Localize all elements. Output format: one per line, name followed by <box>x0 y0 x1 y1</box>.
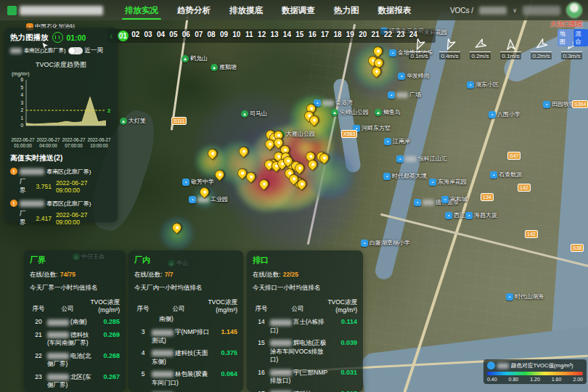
tvoc-value: 0.267 <box>92 373 120 380</box>
timeline-hour[interactable]: 01 <box>118 30 128 41</box>
map-label-hospital: 大沽口医院 <box>550 20 583 29</box>
poi-name: 湖东小区 <box>475 81 499 89</box>
timeline-hour[interactable]: 03 <box>142 30 154 41</box>
company-name: 电池(北侧厂界) <box>47 352 92 369</box>
map-poi-label[interactable]: ▪时代都荟大境 <box>383 172 427 180</box>
timeline-hour[interactable]: 17 <box>319 30 331 41</box>
timeline-hour[interactable]: 11 <box>243 30 256 41</box>
map-poi-label[interactable]: ▲大灯笼 <box>120 117 146 125</box>
nav-tab[interactable]: 排放摸底 <box>229 1 263 20</box>
table-row[interactable]: 16宇(三部NMP排放口)0.031 <box>253 369 357 385</box>
redacted-company <box>270 340 292 346</box>
high-value-push-item[interactable]: !泰南区(北廓厂界)厂界3.7512022-06-27 09:00:00 <box>10 168 112 195</box>
timeline-hour[interactable]: 20 <box>356 30 369 41</box>
avatar[interactable] <box>566 2 582 18</box>
timeline-hour[interactable]: 02 <box>129 30 142 41</box>
map-poi-label[interactable]: ▪华发峰尚 <box>398 72 430 80</box>
table-row[interactable]: 4建科技(天面东侧)0.375 <box>134 349 237 366</box>
road-number-badge: S111 <box>171 117 187 125</box>
poi-name: 金港湾 <box>335 99 353 107</box>
table-row[interactable]: 21德科技(车间南侧厂界)0.269 <box>30 331 120 348</box>
map-poi-label[interactable]: ▪河畔东方墅 <box>353 124 391 132</box>
timeline-hour[interactable]: 09 <box>218 30 230 41</box>
table-row[interactable]: 5林包装(胶囊车间门口)0.064 <box>134 370 237 387</box>
table-row[interactable]: 17德科技(FHMP1007)0.015 <box>253 390 357 392</box>
table-row[interactable]: 23北区(东侧厂界)0.267 <box>30 373 120 390</box>
poi-name: 东海岸花园 <box>438 178 467 186</box>
basemap-hybrid-button[interactable]: 混合 <box>573 29 588 46</box>
nav-tab[interactable]: 趋势分析 <box>177 1 211 20</box>
scrolled-row-remnant: 南侧) <box>159 315 237 324</box>
mode-toggle[interactable] <box>68 47 83 54</box>
timeline-hour[interactable]: 07 <box>192 30 205 41</box>
nav-tab[interactable]: 数据报表 <box>378 1 412 20</box>
timeline-hour[interactable]: 18 <box>331 30 343 41</box>
road-number-badge: X583 <box>341 130 357 138</box>
poi-icon: ▪ <box>441 196 449 203</box>
map-poi-label[interactable]: ▲司马山 <box>241 110 267 118</box>
poi-name: 海昌大厦 <box>474 211 497 219</box>
table-header: 序号 公司 TVOC浓度(mg/m³) <box>253 298 357 314</box>
timeline-hour[interactable]: 19 <box>344 30 356 41</box>
basemap-map-button[interactable]: 地图 <box>558 29 573 46</box>
table-row[interactable]: 3宇(NMP排口测试)1.145 <box>134 328 237 345</box>
chevron-down-icon[interactable]: ∨ <box>513 7 517 14</box>
high-value-push-title: 高值实时推送(2) <box>10 153 112 163</box>
map-poi-label[interactable]: ▪工业园 <box>189 195 228 203</box>
nav-tab[interactable]: 数据调查 <box>282 1 315 20</box>
map-poi-label[interactable]: ▪时代山湖海 <box>506 293 544 301</box>
road-number-badge: S364 <box>572 100 588 108</box>
timeline-hour[interactable]: 14 <box>281 30 293 41</box>
nav-tab[interactable]: 排放实况 <box>125 1 158 20</box>
table-row[interactable]: 14富士(A栋排口)0.114 <box>253 318 357 335</box>
map-poi-label[interactable]: ▲雁鹅塘 <box>211 63 237 71</box>
pause-button[interactable] <box>52 32 63 43</box>
map-poi-label[interactable]: ▲鹤凫山 <box>181 54 208 62</box>
map-poi-label[interactable]: ▲鲫鱼岛 <box>375 108 401 116</box>
timeline-hour[interactable]: 15 <box>293 30 306 41</box>
poi-name: 华发峰尚 <box>407 72 430 80</box>
nav-tab[interactable]: 热力图 <box>334 1 359 20</box>
map-poi-label[interactable]: ▪金港湾 <box>314 99 353 107</box>
x-tick-label: 2022-06-2704:00:00 <box>36 137 61 149</box>
chart-y-axis-label: (mg/m³) <box>12 71 112 76</box>
map-poi-label[interactable]: ▪江南岸 <box>384 137 410 145</box>
range-last-week[interactable]: 近一周 <box>85 46 104 55</box>
timeline-hour[interactable]: 13 <box>268 30 280 41</box>
map-poi-label[interactable]: ▪石查航源 <box>490 171 522 179</box>
wind-arrow-icon <box>503 37 518 52</box>
map-poi-label[interactable]: ▪广场 <box>388 91 421 99</box>
map-poi-label[interactable]: ▪恒科江山汇 <box>396 155 447 163</box>
map-poi-label[interactable]: ▪白藤湖幸福小学 <box>361 239 410 247</box>
wind-speed: 0.2m/s <box>470 52 490 60</box>
logo-icon <box>7 6 17 15</box>
svg-text:4: 4 <box>20 92 23 97</box>
map-poi-label[interactable]: ▪八围小学 <box>489 110 520 118</box>
timeline-hour[interactable]: 10 <box>230 30 242 41</box>
table-row[interactable]: 22电池(北侧厂界)0.268 <box>30 352 120 369</box>
timeline-hour[interactable]: 12 <box>256 30 268 41</box>
timeline-hour[interactable]: 08 <box>205 30 217 41</box>
table-row[interactable]: 15辉电池(正极涂布车间VOCs排放口)0.039 <box>253 339 357 364</box>
map-poi-label[interactable]: ▪东海岸花园 <box>429 178 467 186</box>
high-value-push-item[interactable]: !泰西区(北廓厂界)厂界2.4172022-06-27 09:00:00 <box>10 200 112 227</box>
timeline-hour[interactable]: 16 <box>306 30 319 41</box>
table-rows: 南侧)3宇(NMP排口测试)1.1454建科技(天面东侧)0.3755林包装(胶… <box>134 315 237 392</box>
poi-name: 雁鹅塘 <box>219 63 237 71</box>
timeline-hour[interactable]: 05 <box>167 30 179 41</box>
timeline-hour[interactable]: 06 <box>180 30 192 41</box>
voc-selector-value-redacted[interactable] <box>479 7 507 15</box>
tvoc-value: 0.114 <box>330 318 357 325</box>
map-poi-label[interactable]: ▪家和城 <box>441 195 467 203</box>
table-row[interactable]: 20(南侧)0.285 <box>30 318 120 326</box>
timeline-hour[interactable]: 21 <box>369 30 381 41</box>
map-poi-label[interactable]: ▪海昌大厦 <box>465 211 497 219</box>
boundary-panel: 厂界 在线/总数:74/75 今天厂界一小时均值排名 序号 公司 TVOC浓度(… <box>24 250 126 392</box>
map-poi-label[interactable]: ▪湖东小区 <box>467 81 499 89</box>
map-poi-label[interactable]: ▪敬芳中学 <box>182 178 214 186</box>
map-poi-label[interactable]: ▲尖峰山公园 <box>331 108 369 116</box>
timeline-hour[interactable]: 23 <box>394 30 407 41</box>
timeline-hour[interactable]: 22 <box>382 30 394 41</box>
timeline-hour[interactable]: 04 <box>155 30 167 41</box>
legend-gradient-bar <box>487 372 583 375</box>
